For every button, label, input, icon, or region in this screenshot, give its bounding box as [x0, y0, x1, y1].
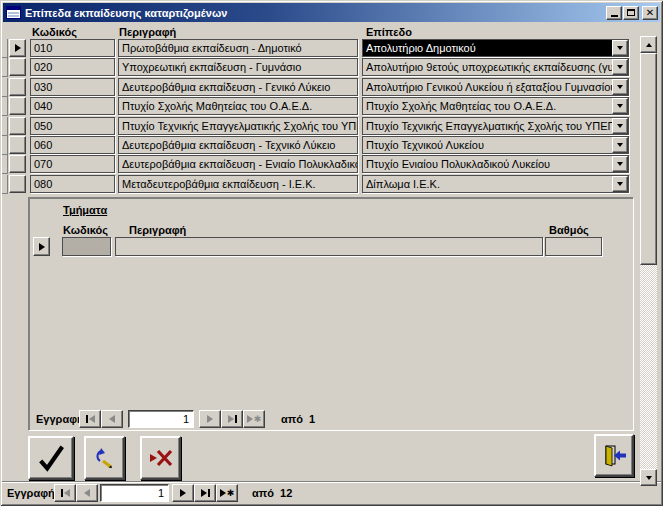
dropdown-arrow-button[interactable] [612, 79, 628, 95]
scroll-up-button[interactable] [640, 36, 657, 53]
record-selector[interactable] [9, 175, 26, 193]
record-selector[interactable] [9, 39, 26, 57]
titlebar[interactable]: Επίπεδα εκπαίδευσης καταρτιζομένων ✕ [3, 3, 660, 22]
last-record-button[interactable] [194, 484, 216, 502]
dropdown-arrow-button[interactable] [612, 40, 628, 56]
exit-button[interactable] [594, 434, 634, 477]
arrow-down-icon [646, 476, 652, 480]
maximize-button[interactable] [623, 6, 639, 20]
row-edge [2, 175, 8, 194]
dropdown-arrow-button[interactable] [612, 98, 628, 114]
code-field[interactable]: 070 [30, 155, 115, 173]
description-field[interactable]: Πτυχίο Τεχνικής Επαγγελματικής Σχολής το… [118, 117, 358, 135]
level-combobox[interactable]: Απολυτήριο Γενικού Λυκείου ή εξαταξίου Γ… [362, 78, 629, 96]
exit-door-arrow-icon [601, 444, 627, 468]
next-record-icon [207, 415, 213, 423]
record-label: Εγγραφή: [7, 487, 58, 499]
current-record-arrow-icon [39, 243, 45, 251]
header-code: Κωδικός [32, 26, 77, 38]
description-field[interactable]: Μεταδευτεροβάθμια εκπαίδευση - Ι.Ε.Κ. [118, 175, 358, 193]
level-combobox[interactable]: Πτυχίο Ενιαίου Πολυκλαδικού Λυκείου [362, 155, 629, 173]
last-record-button[interactable] [221, 410, 243, 428]
next-record-button[interactable] [199, 410, 221, 428]
record-selector[interactable] [9, 78, 26, 96]
dropdown-arrow-button[interactable] [612, 156, 628, 172]
code-field[interactable]: 040 [30, 97, 115, 115]
code-field[interactable]: 030 [30, 78, 115, 96]
record-count-label: από 1 [281, 413, 315, 425]
close-icon: ✕ [646, 8, 654, 18]
new-record-button[interactable]: ✱ [243, 410, 265, 428]
code-field[interactable]: 010 [30, 39, 115, 57]
record-selector[interactable] [9, 58, 26, 76]
new-record-button[interactable]: ✱ [216, 484, 238, 502]
level-combobox[interactable]: Πτυχίο Τεχνικού Λυκείου [362, 136, 629, 154]
record-number-field[interactable]: 1 [128, 410, 194, 428]
level-combobox[interactable]: Απολυτήριο 9ετούς υποχρεωτικής εκπαίδευσ… [362, 58, 629, 76]
row-edge [2, 58, 8, 77]
row-edge [2, 136, 8, 155]
subform-record-selector[interactable] [33, 237, 50, 256]
description-field[interactable]: Δευτεροβάθμια εκπαίδευση - Ενιαίο Πολυκλ… [118, 155, 358, 173]
record-selector[interactable] [9, 136, 26, 154]
code-field[interactable]: 080 [30, 175, 115, 193]
description-field[interactable]: Πτυχίο Σχολής Μαθητείας του Ο.Α.Ε.Δ. [118, 97, 358, 115]
form-record-nav: Εγγραφή: 1 ✱ από 12 [2, 484, 642, 502]
table-row: 050 Πτυχίο Τεχνικής Επαγγελματικής Σχολή… [0, 117, 663, 136]
first-record-button[interactable] [79, 410, 101, 428]
close-button[interactable]: ✕ [642, 6, 658, 20]
level-combobox[interactable]: Απολυτήριο Δημοτικού [362, 39, 629, 57]
scroll-down-button[interactable] [640, 469, 657, 486]
first-record-icon [89, 415, 95, 423]
subform-code-field[interactable] [62, 237, 111, 256]
delete-record-button[interactable] [140, 436, 181, 480]
previous-record-icon [84, 489, 90, 497]
subform-header-grade: Βαθμός [549, 224, 589, 236]
maximize-icon [627, 9, 635, 16]
minimize-icon [611, 15, 618, 17]
table-row: 070 Δευτεροβάθμια εκπαίδευση - Ενιαίο Πο… [0, 155, 663, 174]
next-record-icon [180, 489, 186, 497]
subform-grade-field[interactable] [545, 237, 602, 256]
dropdown-arrow-button[interactable] [612, 137, 628, 153]
minimize-button[interactable] [606, 6, 622, 20]
row-edge [2, 78, 8, 97]
description-field[interactable]: Δευτεροβάθμια εκπαίδευση - Γενικό Λύκειο [118, 78, 358, 96]
new-record-icon: ✱ [254, 415, 262, 424]
record-selector[interactable] [9, 155, 26, 173]
subform-description-field[interactable] [115, 237, 543, 256]
scrollbar-thumb[interactable] [640, 53, 657, 265]
first-record-button[interactable] [54, 484, 76, 502]
record-number-field[interactable]: 1 [100, 484, 169, 502]
undo-button[interactable] [84, 436, 125, 480]
row-edge [2, 155, 8, 174]
subform-record-nav: Εγγραφή: 1 ✱ από 1 [29, 410, 633, 428]
confirm-button[interactable] [28, 436, 74, 480]
description-field[interactable]: Υποχρεωτική εκπαίδευση - Γυμνάσιο [118, 58, 358, 76]
level-combobox[interactable]: Δίπλωμα Ι.Ε.Κ. [362, 175, 629, 193]
record-selector[interactable] [9, 117, 26, 135]
dropdown-arrow-button[interactable] [612, 176, 628, 192]
description-field[interactable]: Δευτεροβάθμια εκπαίδευση - Τεχνικό Λύκει… [118, 136, 358, 154]
code-field[interactable]: 050 [30, 117, 115, 135]
description-field[interactable]: Πρωτοβάθμια εκπαίδευση - Δημοτικό [118, 39, 358, 57]
dropdown-arrow-button[interactable] [612, 118, 628, 134]
current-record-arrow-icon [15, 44, 21, 52]
previous-record-button[interactable] [76, 484, 98, 502]
arrow-up-icon [646, 43, 652, 47]
table-row: 010 Πρωτοβάθμια εκπαίδευση - Δημοτικό Απ… [0, 39, 663, 58]
access-form-window: Επίπεδα εκπαίδευσης καταρτιζομένων ✕ Κωδ… [0, 0, 663, 506]
subform-title: Τμήματα [63, 204, 107, 216]
code-field[interactable]: 060 [30, 136, 115, 154]
dropdown-arrow-button[interactable] [612, 59, 628, 75]
level-combobox[interactable]: Πτυχίο Σχολής Μαθητείας του Ο.Α.Ε.Δ. [362, 97, 629, 115]
level-combobox[interactable]: Πτυχίο Τεχνικής Επαγγελματικής Σχολής το… [362, 117, 629, 135]
chevron-down-icon [617, 85, 623, 89]
next-record-button[interactable] [172, 484, 194, 502]
table-row: 020 Υποχρεωτική εκπαίδευση - Γυμνάσιο Απ… [0, 58, 663, 77]
table-row: 080 Μεταδευτεροβάθμια εκπαίδευση - Ι.Ε.Κ… [0, 175, 663, 194]
vertical-scrollbar[interactable] [640, 36, 657, 486]
code-field[interactable]: 020 [30, 58, 115, 76]
previous-record-button[interactable] [101, 410, 123, 428]
record-selector[interactable] [9, 97, 26, 115]
